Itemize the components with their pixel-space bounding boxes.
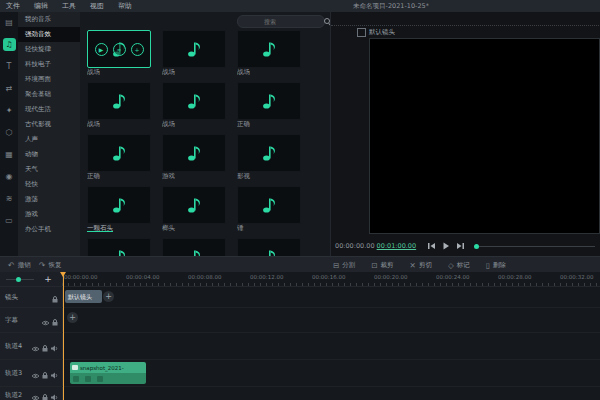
cut-tool-button[interactable]: ✕剪切 xyxy=(410,261,432,270)
audio-tile[interactable] xyxy=(87,134,151,172)
tile-add-icon[interactable]: + xyxy=(131,43,144,56)
crop-tool-button[interactable]: ⊡裁剪 xyxy=(371,261,393,270)
audio-tile[interactable] xyxy=(237,134,301,172)
preview-panel: 默认镜头 00:00:00.00 00:01:00.00 xyxy=(330,12,600,256)
music-note-icon xyxy=(111,144,127,162)
titles-icon[interactable]: T xyxy=(3,60,16,73)
search-box[interactable] xyxy=(237,15,325,28)
time-ruler[interactable]: 00:00:00.0000:00:04.0000:00:08.0000:00:1… xyxy=(62,272,600,287)
timeline-lane-4[interactable] xyxy=(62,387,600,400)
audio-tile[interactable] xyxy=(237,82,301,120)
lock-icon[interactable] xyxy=(42,337,48,356)
category-item-5[interactable]: 聚会基础 xyxy=(18,87,80,102)
tile-loop-icon[interactable]: ∞ xyxy=(113,43,126,56)
speaker-icon[interactable] xyxy=(51,337,58,356)
track-header-0: 镜头 xyxy=(0,287,62,308)
category-item-4[interactable]: 环境画面 xyxy=(18,72,80,87)
category-item-6[interactable]: 现代生活 xyxy=(18,102,80,117)
audio-music-icon[interactable]: ♫ xyxy=(3,38,16,51)
category-item-12[interactable]: 激荡 xyxy=(18,192,80,207)
timeline-lane-1[interactable]: + xyxy=(62,308,600,333)
speaker-icon[interactable] xyxy=(51,386,58,400)
menu-item-0[interactable]: 文件 xyxy=(6,1,20,11)
tile-play-icon[interactable]: ▶ xyxy=(95,43,108,56)
audio-tile[interactable] xyxy=(87,82,151,120)
timeline-lane-3[interactable]: snapshot_2021- xyxy=(62,360,600,387)
category-item-7[interactable]: 古代影视 xyxy=(18,117,80,132)
eye-icon[interactable] xyxy=(42,311,49,330)
prev-frame-button[interactable] xyxy=(428,242,436,250)
audio-tile[interactable] xyxy=(237,186,301,224)
audio-tile[interactable] xyxy=(87,238,151,256)
category-item-14[interactable]: 办公手机 xyxy=(18,222,80,237)
audio-tile[interactable] xyxy=(237,238,301,256)
category-item-11[interactable]: 轻快 xyxy=(18,177,80,192)
timeline-zoom-slider[interactable] xyxy=(6,279,34,280)
transitions-icon[interactable]: ⇄ xyxy=(3,82,16,95)
device-icon[interactable]: ▭ xyxy=(3,214,16,227)
audio-tile[interactable] xyxy=(162,134,226,172)
speaker-icon[interactable] xyxy=(51,364,58,383)
eye-icon[interactable] xyxy=(32,364,39,383)
ruler-timestamp: 00:00:20.00 xyxy=(374,274,407,280)
add-subtitle-button[interactable]: + xyxy=(67,312,78,323)
lock-icon[interactable] xyxy=(42,364,48,383)
category-item-0[interactable]: 我的音乐 xyxy=(18,12,80,27)
marker-tool-button[interactable]: ◇标记 xyxy=(448,261,470,270)
split-screen-icon[interactable]: ▦ xyxy=(3,148,16,161)
zoom-knob[interactable] xyxy=(16,277,21,282)
timeline-toolbar: ↶ 撤销 ↷ 恢复 ⊟分割⊡裁剪✕剪切◇标记▯删除 xyxy=(0,256,600,273)
eye-icon[interactable] xyxy=(32,337,39,356)
category-item-2[interactable]: 轻快旋律 xyxy=(18,42,80,57)
elements-icon[interactable]: ⬡ xyxy=(3,126,16,139)
search-input[interactable] xyxy=(238,18,324,25)
category-item-3[interactable]: 科技电子 xyxy=(18,57,80,72)
shot-clip[interactable]: 默认镜头 xyxy=(65,290,102,303)
media-icon[interactable]: ▤ xyxy=(3,16,16,29)
undo-button[interactable]: ↶ 撤销 xyxy=(8,261,31,270)
audio-tile[interactable] xyxy=(237,30,301,68)
delete-tool-button[interactable]: ▯删除 xyxy=(486,261,506,270)
playhead[interactable] xyxy=(63,272,64,400)
split-tool-button[interactable]: ⊟分割 xyxy=(333,261,355,270)
menu-item-4[interactable]: 帮助 xyxy=(118,1,132,11)
slider-knob[interactable] xyxy=(474,244,479,249)
audio-tile[interactable]: ▶∞+ xyxy=(87,30,151,68)
timeline-lane-2[interactable] xyxy=(62,333,600,360)
category-item-1[interactable]: 强劲音效 xyxy=(18,27,80,42)
audio-tile[interactable] xyxy=(162,186,226,224)
audio-tile[interactable] xyxy=(162,82,226,120)
preview-progress-slider[interactable] xyxy=(474,246,595,247)
lock-icon[interactable] xyxy=(42,386,48,400)
menu-item-3[interactable]: 视图 xyxy=(90,1,104,11)
category-item-9[interactable]: 动物 xyxy=(18,147,80,162)
category-item-8[interactable]: 人声 xyxy=(18,132,80,147)
cloud-icon[interactable]: ≋ xyxy=(3,192,16,205)
category-item-10[interactable]: 天气 xyxy=(18,162,80,177)
track-name: 轨道3 xyxy=(0,369,32,378)
redo-button[interactable]: ↷ 恢复 xyxy=(39,261,62,270)
duration-time[interactable]: 00:01:00.00 xyxy=(377,242,417,250)
audio-tile[interactable] xyxy=(87,186,151,224)
lock-icon[interactable] xyxy=(52,288,58,307)
next-frame-button[interactable] xyxy=(456,242,464,250)
category-item-13[interactable]: 游戏 xyxy=(18,207,80,222)
crop-tool-icon: ⊡ xyxy=(371,261,377,270)
menu-item-1[interactable]: 编辑 xyxy=(34,1,48,11)
audio-tile[interactable] xyxy=(162,238,226,256)
media-clip[interactable]: snapshot_2021- xyxy=(70,362,146,384)
lock-icon[interactable] xyxy=(52,311,58,330)
add-shot-button[interactable]: + xyxy=(103,291,114,302)
eye-icon[interactable] xyxy=(32,386,39,400)
music-note-icon xyxy=(261,40,277,58)
timeline-lane-0[interactable]: 默认镜头+ xyxy=(62,287,600,308)
track-icons xyxy=(32,364,62,383)
media-clip-name: snapshot_2021- xyxy=(80,365,124,371)
music-note-icon xyxy=(186,196,202,214)
add-track-button[interactable]: + xyxy=(42,273,54,285)
play-button[interactable] xyxy=(442,242,450,250)
record-icon[interactable]: ◉ xyxy=(3,170,16,183)
menu-item-2[interactable]: 工具 xyxy=(62,1,76,11)
audio-tile[interactable] xyxy=(162,30,226,68)
effects-icon[interactable]: ✦ xyxy=(3,104,16,117)
